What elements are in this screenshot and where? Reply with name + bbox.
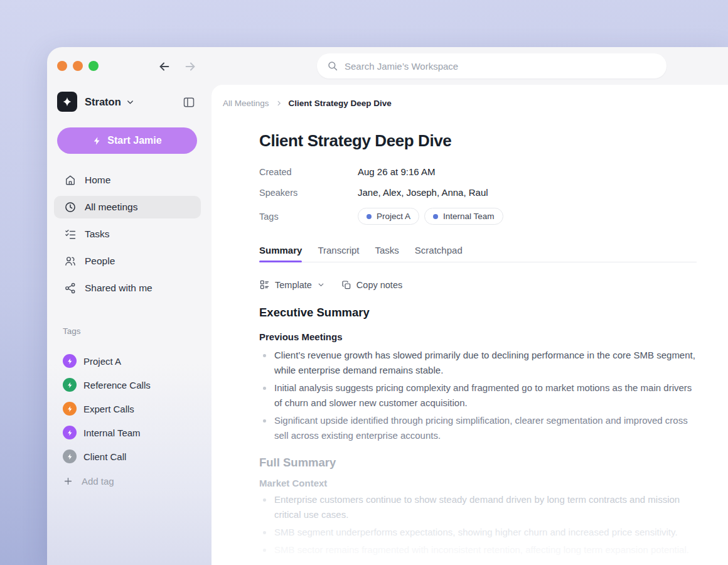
previous-meetings-list: Client’s revenue growth has slowed prima… — [259, 348, 702, 443]
market-context-list: Enterprise customers continue to show st… — [259, 492, 702, 557]
workspace-name: Straton — [85, 96, 121, 108]
previous-meetings-heading: Previous Meetings — [259, 331, 702, 342]
bullet-item: SMB sector remains fragmented with incon… — [259, 542, 702, 557]
copy-notes-button[interactable]: Copy notes — [341, 279, 402, 290]
chip-label: Project A — [377, 212, 410, 221]
created-value: Aug 26 at 9:16 AM — [358, 166, 435, 177]
window-minimize-button[interactable] — [73, 61, 83, 71]
full-summary-heading: Full Summary — [259, 456, 702, 470]
meta-row-tags: Tags Project A Internal Team — [259, 208, 702, 225]
copy-icon — [341, 280, 351, 290]
forward-arrow-icon[interactable] — [183, 60, 197, 73]
tag-label: Reference Calls — [83, 380, 151, 390]
tag-bolt-icon — [63, 378, 77, 392]
people-icon — [64, 255, 77, 267]
tag-chip-internal-team[interactable]: Internal Team — [424, 208, 503, 225]
plus-icon — [63, 476, 73, 487]
bullet-item: Initial analysis suggests pricing comple… — [259, 380, 702, 411]
breadcrumb: All Meetings Client Strategy Deep Dive — [223, 99, 392, 108]
sidebar-item-shared-with-me[interactable]: Shared with me — [54, 277, 201, 299]
tag-bolt-icon — [63, 449, 77, 463]
tag-chips: Project A Internal Team — [358, 208, 503, 225]
tags-label: Tags — [259, 212, 358, 222]
tasks-checklist-icon — [64, 228, 77, 240]
tag-bolt-icon — [63, 354, 77, 368]
chip-dot-icon — [367, 214, 372, 219]
template-icon — [259, 279, 270, 290]
tag-label: Expert Calls — [83, 404, 134, 414]
market-context-heading: Market Context — [259, 478, 702, 488]
sidebar-item-label: People — [85, 256, 115, 267]
speakers-value: Jane, Alex, Joseph, Anna, Raul — [358, 187, 488, 198]
tab-scratchpad[interactable]: Scratchpad — [415, 245, 463, 262]
add-tag-button[interactable]: Add tag — [63, 471, 114, 490]
meta-row-speakers: Speakers Jane, Alex, Joseph, Anna, Raul — [259, 187, 702, 198]
template-dropdown-button[interactable]: Template — [259, 279, 325, 290]
copy-notes-label: Copy notes — [356, 280, 402, 290]
sidebar-item-all-meetings[interactable]: All meetings — [54, 196, 201, 218]
executive-summary-heading: Executive Summary — [259, 306, 702, 320]
tag-label: Internal Team — [83, 428, 141, 438]
template-label: Template — [275, 280, 312, 290]
tab-bar: Summary Transcript Tasks Scratchpad — [259, 245, 697, 262]
active-tab-underline — [259, 261, 302, 262]
sidebar: Straton Start Jamie Home All meetings Ta… — [47, 85, 211, 565]
created-label: Created — [259, 167, 358, 177]
window-close-button[interactable] — [57, 61, 67, 71]
bullet-item: Client’s revenue growth has slowed prima… — [259, 348, 702, 378]
tag-list: Project A Reference Calls Expert Calls I… — [63, 352, 201, 471]
tag-item-internal-team[interactable]: Internal Team — [63, 423, 201, 442]
meta-row-created: Created Aug 26 at 9:16 AM — [259, 166, 702, 177]
meeting-meta: Created Aug 26 at 9:16 AM Speakers Jane,… — [259, 166, 702, 235]
tag-item-expert-calls[interactable]: Expert Calls — [63, 399, 201, 418]
sidebar-item-label: Shared with me — [85, 282, 153, 294]
breadcrumb-current: Client Strategy Deep Dive — [289, 99, 392, 108]
titlebar — [47, 47, 728, 85]
bullet-item: Significant upside identified through pr… — [259, 413, 702, 443]
breadcrumb-chevron-icon — [276, 100, 282, 107]
back-arrow-icon[interactable] — [158, 60, 171, 73]
notes-toolbar: Template Copy notes — [259, 279, 402, 290]
tag-bolt-icon — [63, 426, 77, 439]
tag-label: Project A — [83, 356, 121, 367]
breadcrumb-parent[interactable]: All Meetings — [223, 99, 269, 108]
bullet-item: SMB segment underperforms expectations, … — [259, 525, 702, 540]
sidebar-item-people[interactable]: People — [54, 250, 201, 272]
chevron-down-icon — [126, 97, 135, 107]
workspace-switcher[interactable]: Straton — [57, 92, 135, 112]
sidebar-item-tasks[interactable]: Tasks — [54, 223, 201, 245]
page-title: Client Strategy Deep Dive — [259, 131, 451, 151]
tab-summary[interactable]: Summary — [259, 245, 302, 262]
home-icon — [64, 174, 77, 186]
bullet-item: Enterprise customers continue to show st… — [259, 492, 702, 522]
tags-section-header: Tags — [63, 326, 81, 336]
clock-icon — [64, 201, 77, 213]
main-panel: All Meetings Client Strategy Deep Dive C… — [211, 85, 728, 565]
tag-label: Client Call — [83, 451, 126, 462]
app-window: Straton Start Jamie Home All meetings Ta… — [47, 47, 728, 565]
tag-chip-project-a[interactable]: Project A — [358, 208, 419, 225]
sidebar-nav: Home All meetings Tasks People Shared wi… — [54, 169, 201, 304]
tag-item-project-a[interactable]: Project A — [63, 352, 201, 370]
chevron-down-icon — [317, 281, 325, 289]
tag-item-reference-calls[interactable]: Reference Calls — [63, 375, 201, 394]
sidebar-toggle-icon[interactable] — [183, 96, 195, 109]
lightning-bolt-icon — [92, 136, 102, 146]
tag-item-client-call[interactable]: Client Call — [63, 447, 201, 466]
sidebar-item-label: Tasks — [85, 229, 110, 240]
add-tag-label: Add tag — [82, 476, 114, 487]
start-jamie-button[interactable]: Start Jamie — [57, 127, 197, 154]
share-nodes-icon — [64, 282, 77, 294]
chip-dot-icon — [433, 214, 438, 219]
sidebar-item-home[interactable]: Home — [54, 169, 201, 191]
summary-article: Executive Summary Previous Meetings Clie… — [259, 306, 702, 560]
window-zoom-button[interactable] — [88, 61, 99, 71]
workspace-search[interactable] — [317, 53, 666, 78]
tab-tasks[interactable]: Tasks — [375, 245, 399, 262]
search-input[interactable] — [345, 61, 656, 72]
tab-transcript[interactable]: Transcript — [318, 245, 359, 262]
start-jamie-label: Start Jamie — [107, 135, 161, 146]
sidebar-item-label: All meetings — [85, 202, 137, 213]
tag-bolt-icon — [63, 402, 77, 416]
sidebar-item-label: Home — [85, 175, 110, 186]
